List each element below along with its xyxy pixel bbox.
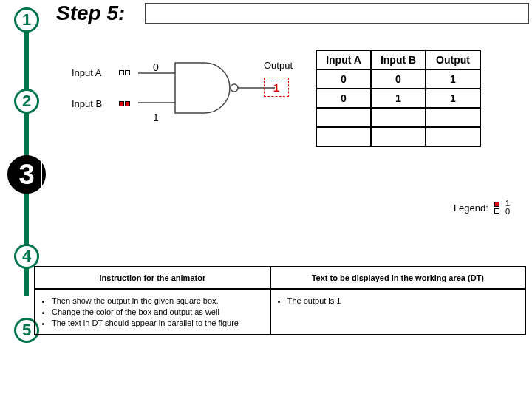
instr-left-header: Instruction for the animator — [35, 267, 270, 289]
step-node-1: 1 — [14, 7, 39, 33]
table-row: 0 0 1 — [316, 69, 480, 89]
step-node-3-active: 3 — [7, 155, 46, 194]
instr-left-cell: Then show the output in the given square… — [35, 289, 270, 335]
instr-right-cell: The output is 1 — [270, 289, 525, 335]
table-row — [316, 108, 480, 127]
legend: Legend: 1 0 — [454, 200, 510, 216]
instruction-table: Instruction for the animator Text to be … — [34, 266, 526, 335]
timeline: 1 2 3 4 5 — [12, 0, 41, 310]
legend-empty-icon — [494, 208, 499, 214]
input-b-indicator — [119, 101, 124, 106]
input-b-label: Input B — [72, 98, 102, 109]
list-item: The text in DT should appear in parallel… — [52, 318, 264, 327]
truth-table: Input A Input B Output 0 0 1 0 1 1 — [316, 50, 481, 147]
input-a-indicator-2 — [125, 70, 130, 75]
list-item: Change the color of the box and output a… — [52, 307, 264, 316]
instr-right-header: Text to be displayed in the working area… — [270, 267, 525, 289]
truth-header-b: Input B — [371, 50, 426, 69]
input-b-indicator-2 — [125, 101, 130, 106]
instruction-table-wrap: Instruction for the animator Text to be … — [34, 266, 526, 335]
list-item: Then show the output in the given square… — [52, 296, 264, 305]
table-row — [316, 127, 480, 146]
list-item: The output is 1 — [287, 296, 519, 305]
title-placeholder-box — [145, 3, 529, 24]
legend-label: Legend: — [454, 202, 488, 214]
legend-zero: 0 — [505, 208, 510, 216]
output-label: Output — [264, 60, 293, 71]
input-a-indicator — [119, 70, 124, 75]
step-title: Step 5: — [56, 1, 125, 25]
input-a-label: Input A — [72, 67, 101, 78]
truth-header-out: Output — [426, 50, 480, 69]
legend-red-icon — [494, 202, 499, 207]
step-node-2: 2 — [14, 89, 39, 114]
table-row: 0 1 1 — [316, 89, 480, 108]
output-value-box: 1 — [264, 78, 289, 97]
step-node-4: 4 — [14, 244, 39, 269]
truth-header-a: Input A — [316, 50, 371, 69]
svg-point-2 — [231, 84, 238, 92]
